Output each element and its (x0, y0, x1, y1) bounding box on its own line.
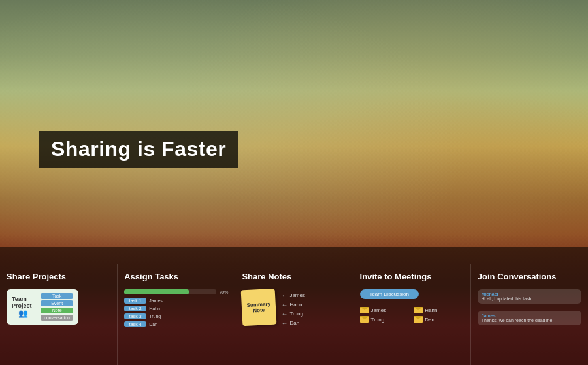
note-panel-inner: Summary Note ← James ← Hahn ← Trung ← Da… (242, 289, 346, 326)
note-arrows: ← James ← Hahn ← Trung ← Dan (281, 289, 305, 326)
join-conversations-title: Join Conversations (478, 272, 581, 281)
assign-tasks-title: Assign Tasks (124, 272, 228, 281)
envelope-icon-james (360, 307, 369, 313)
top-progress-row: 70% (124, 289, 228, 294)
task-name-1: James (149, 298, 163, 303)
join-conversations-panel: Join Conversations Michael Hi all, I upd… (471, 264, 588, 365)
envelope-icon-dan (414, 316, 423, 323)
chat-bubble-james: James Thanks, we can reach the deadline (478, 311, 581, 325)
task-row-1: task 1 James (124, 298, 228, 304)
arrow-icon-4: ← (281, 319, 287, 326)
main-heading: Sharing is Faster (51, 137, 226, 161)
project-card[interactable]: Team Project 👥 Task Event Note conversat… (7, 289, 78, 325)
attendee-dan: Dan (414, 316, 464, 323)
note-recipient-2: ← Hahn (281, 301, 305, 308)
arrow-icon-3: ← (281, 310, 287, 317)
chat-sender-michael: Michael (482, 292, 578, 296)
conversation-tag: conversation (41, 315, 73, 321)
project-name: Team Project (12, 296, 34, 309)
task-label-1: task 1 (124, 298, 146, 304)
attendee-trung: Trung (360, 316, 410, 323)
share-projects-title: Share Projects (7, 272, 110, 281)
team-discussion-button[interactable]: Team Discussion (360, 289, 419, 299)
note-recipient-4: ← Dan (281, 319, 305, 326)
task-row-4: task 4 Dan (124, 321, 228, 327)
team-icon: 👥 (18, 309, 28, 318)
attendee-james: James (360, 307, 410, 313)
task-label-2: task 2 (124, 306, 146, 311)
task-name-4: Dan (149, 322, 157, 326)
chat-text-james: Thanks, we can reach the deadline (482, 318, 578, 323)
note-recipient-3: ← Trung (281, 310, 305, 317)
tag-list: Task Event Note conversation (41, 293, 73, 321)
chat-text-michael: Hi all, I updated this task (482, 296, 578, 301)
top-bar-outer (124, 289, 216, 294)
task-progress-area: 70% task 1 James task 2 Hahn task 3 Trun… (124, 289, 228, 327)
task-row-2: task 2 Hahn (124, 306, 228, 311)
arrow-icon-2: ← (281, 301, 287, 308)
share-notes-panel: Share Notes Summary Note ← James ← Hahn … (235, 264, 353, 365)
chat-bubble-michael: Michael Hi all, I updated this task (478, 289, 581, 304)
top-percent: 70% (219, 290, 228, 294)
note-text: Summary Note (246, 300, 272, 313)
share-notes-title: Share Notes (242, 272, 346, 281)
envelope-icon-trung (360, 316, 369, 323)
task-name-3: Trung (149, 314, 161, 319)
task-row-3: task 3 Trung (124, 313, 228, 319)
task-label-3: task 3 (124, 313, 146, 319)
envelope-icon-hahn (414, 307, 423, 313)
top-bar-inner (124, 289, 189, 294)
invite-meetings-panel: Invite to Meetings Team Discussion James… (353, 264, 471, 365)
assign-tasks-panel: Assign Tasks 70% task 1 James task 2 Hah… (118, 264, 235, 365)
note-tag: Note (41, 308, 73, 313)
chat-sender-james: James (482, 313, 578, 318)
task-name-2: Hahn (149, 306, 160, 311)
task-label-4: task 4 (124, 321, 146, 327)
share-projects-panel: Share Projects Team Project 👥 Task Event… (0, 264, 118, 365)
attendee-hahn: Hahn (414, 307, 464, 313)
arrow-icon-1: ← (281, 292, 287, 299)
task-tag: Task (41, 293, 73, 299)
attendees-grid: James Hahn Trung Dan (360, 307, 464, 323)
note-card: Summary Note (241, 289, 277, 326)
note-recipient-1: ← James (281, 292, 305, 299)
bottom-panels: Share Projects Team Project 👥 Task Event… (0, 264, 588, 365)
invite-meetings-title: Invite to Meetings (360, 272, 464, 281)
heading-block: Sharing is Faster (39, 131, 238, 168)
event-tag: Event (41, 300, 73, 306)
